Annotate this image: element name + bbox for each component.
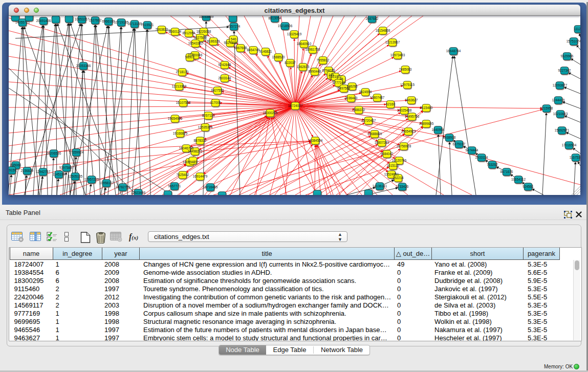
svg-text:10807487: 10807487 xyxy=(370,96,385,99)
svg-text:9463627: 9463627 xyxy=(405,98,418,102)
svg-text:10210643: 10210643 xyxy=(553,112,568,116)
svg-text:10653267: 10653267 xyxy=(75,17,90,21)
svg-text:8267110: 8267110 xyxy=(202,114,215,117)
svg-text:9777169: 9777169 xyxy=(333,81,345,84)
svg-text:13325419: 13325419 xyxy=(287,32,302,36)
svg-text:9684047: 9684047 xyxy=(381,152,394,156)
svg-text:2603144: 2603144 xyxy=(219,76,231,80)
svg-text:20053346: 20053346 xyxy=(76,64,91,68)
svg-text:9115460: 9115460 xyxy=(420,106,433,110)
svg-text:8427552: 8427552 xyxy=(211,89,224,92)
svg-text:18724007: 18724007 xyxy=(288,104,303,107)
svg-text:16961758: 16961758 xyxy=(306,48,320,51)
svg-text:13535394: 13535394 xyxy=(198,125,213,129)
svg-text:16154808: 16154808 xyxy=(376,29,390,32)
svg-text:746266: 746266 xyxy=(346,84,358,88)
svg-text:12093877: 12093877 xyxy=(553,83,568,87)
svg-text:14099489: 14099489 xyxy=(183,160,198,164)
svg-text:8471676: 8471676 xyxy=(500,170,513,173)
svg-text:12505135: 12505135 xyxy=(68,174,83,178)
svg-text:2036443: 2036443 xyxy=(345,96,358,100)
svg-text:20756928: 20756928 xyxy=(397,144,411,148)
svg-text:8186323: 8186323 xyxy=(207,39,220,43)
svg-text:18226058: 18226058 xyxy=(197,30,211,33)
svg-text:8813054: 8813054 xyxy=(269,16,281,20)
svg-text:12213369: 12213369 xyxy=(172,84,187,88)
svg-text:3215958: 3215958 xyxy=(540,106,553,110)
svg-text:10958107: 10958107 xyxy=(99,181,114,185)
svg-text:17016504: 17016504 xyxy=(562,143,577,147)
svg-text:19654923: 19654923 xyxy=(401,129,416,133)
svg-text:924561: 924561 xyxy=(522,185,534,188)
svg-text:16543382: 16543382 xyxy=(188,41,203,45)
svg-text:9146821: 9146821 xyxy=(259,50,272,53)
svg-text:7515521: 7515521 xyxy=(141,23,154,27)
svg-text:15692971: 15692971 xyxy=(555,128,570,132)
svg-text:18300295: 18300295 xyxy=(263,111,278,115)
svg-text:1244419: 1244419 xyxy=(552,98,565,102)
svg-text:17957225: 17957225 xyxy=(84,178,99,181)
svg-text:7663822: 7663822 xyxy=(156,28,168,31)
svg-text:16648784: 16648784 xyxy=(446,49,461,53)
svg-text:19384554: 19384554 xyxy=(308,139,323,142)
svg-text:93975867: 93975867 xyxy=(59,166,74,169)
svg-text:10688609: 10688609 xyxy=(367,132,382,136)
svg-text:15716485: 15716485 xyxy=(203,185,218,189)
svg-text:7485063: 7485063 xyxy=(399,68,412,71)
svg-text:12975115: 12975115 xyxy=(400,83,415,86)
svg-text:9474444: 9474444 xyxy=(466,148,478,152)
svg-text:9327509: 9327509 xyxy=(194,36,207,39)
svg-text:12923446: 12923446 xyxy=(131,191,146,194)
svg-text:2718170: 2718170 xyxy=(176,70,189,74)
svg-text:1733426: 1733426 xyxy=(396,185,409,188)
svg-text:62160: 62160 xyxy=(386,102,395,106)
svg-text:1527602: 1527602 xyxy=(89,18,102,22)
svg-text:17359924: 17359924 xyxy=(69,150,84,154)
svg-text:9327508: 9327508 xyxy=(224,41,237,45)
svg-text:10719185: 10719185 xyxy=(114,20,129,24)
svg-text:14136141: 14136141 xyxy=(373,184,387,188)
svg-text:252214: 252214 xyxy=(393,176,404,180)
svg-text:8938918: 8938918 xyxy=(443,136,456,139)
svg-text:2967608: 2967608 xyxy=(234,46,247,50)
svg-text:16107553: 16107553 xyxy=(176,101,191,104)
svg-text:2933114: 2933114 xyxy=(475,156,488,159)
svg-text:1362615: 1362615 xyxy=(297,65,310,69)
svg-text:10899695: 10899695 xyxy=(419,122,434,125)
svg-text:16120746: 16120746 xyxy=(392,159,407,162)
svg-text:117006: 117006 xyxy=(210,101,221,104)
svg-text:16782759: 16782759 xyxy=(116,185,130,189)
svg-text:11122: 11122 xyxy=(574,27,580,31)
svg-text:9657771: 9657771 xyxy=(168,184,181,188)
svg-text:7625402: 7625402 xyxy=(177,173,189,177)
svg-text:7357274: 7357274 xyxy=(228,25,241,28)
svg-text:822037: 822037 xyxy=(285,61,296,64)
svg-text:19218506: 19218506 xyxy=(278,24,293,28)
svg-text:10654112: 10654112 xyxy=(511,178,526,181)
svg-text:10025438: 10025438 xyxy=(397,108,412,112)
svg-text:7886372: 7886372 xyxy=(353,108,365,112)
svg-text:3824554: 3824554 xyxy=(359,90,372,94)
svg-text:20691406: 20691406 xyxy=(36,19,51,23)
svg-text:1640954: 1640954 xyxy=(432,128,445,132)
svg-text:835061: 835061 xyxy=(10,163,21,167)
svg-text:39159: 39159 xyxy=(9,168,16,172)
svg-text:18640910: 18640910 xyxy=(297,42,312,46)
svg-text:546: 546 xyxy=(231,37,236,41)
svg-text:98901: 98901 xyxy=(185,55,194,59)
svg-text:6379197: 6379197 xyxy=(453,142,466,146)
svg-text:14495756: 14495756 xyxy=(405,115,420,118)
svg-text:9329966: 9329966 xyxy=(561,54,574,58)
svg-text:18807249: 18807249 xyxy=(375,141,389,144)
svg-text:2087682: 2087682 xyxy=(366,17,379,20)
svg-text:8912954: 8912954 xyxy=(183,31,195,35)
svg-text:763262: 763262 xyxy=(487,163,498,166)
svg-text:12213967: 12213967 xyxy=(385,40,400,44)
svg-text:8990448: 8990448 xyxy=(309,70,321,73)
svg-text:19654985: 19654985 xyxy=(168,117,183,120)
svg-text:45: 45 xyxy=(339,77,343,81)
svg-text:8878332: 8878332 xyxy=(194,139,207,142)
svg-text:1615132: 1615132 xyxy=(387,164,400,167)
svg-text:9227342: 9227342 xyxy=(558,69,571,72)
svg-text:2156829: 2156829 xyxy=(21,169,34,172)
